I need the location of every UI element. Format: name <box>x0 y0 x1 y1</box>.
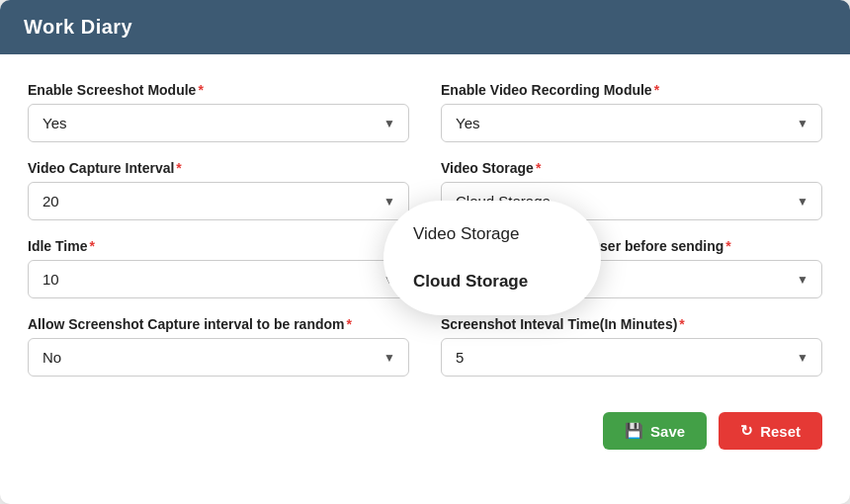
select-screenshot-interval-time[interactable]: 1 2 3 5 10 <box>441 338 822 377</box>
reset-icon: ↻ <box>740 422 753 440</box>
form-group-enable-screenshot: Enable Screeshot Module* Yes No <box>28 82 409 142</box>
label-allow-random-interval: Allow Screenshot Capture interval to be … <box>28 316 409 332</box>
select-wrapper-enable-screenshot: Yes No <box>28 104 409 142</box>
save-button[interactable]: 💾 Save <box>603 412 707 450</box>
select-video-capture-interval[interactable]: 10 20 30 60 <box>28 182 409 220</box>
save-icon: 💾 <box>625 422 643 440</box>
form-group-idle-time: Idle Time* 5 10 15 30 <box>28 238 409 298</box>
select-wrapper-screenshot-interval-time: 1 2 3 5 10 <box>441 338 822 377</box>
select-wrapper-allow-random-interval: Yes No <box>28 338 409 377</box>
select-enable-screenshot[interactable]: Yes No <box>28 104 409 142</box>
select-enable-video-recording[interactable]: Yes No <box>441 104 822 142</box>
select-wrapper-enable-video-recording: Yes No <box>441 104 822 142</box>
work-diary-card: Work Diary Enable Screeshot Module* Yes … <box>0 0 850 504</box>
label-screenshot-interval-time: Screenshot Inteval Time(In Minutes)* <box>441 316 822 332</box>
page-title: Work Diary <box>24 16 132 38</box>
label-idle-time: Idle Time* <box>28 238 409 254</box>
form-group-allow-random-interval: Allow Screenshot Capture interval to be … <box>28 316 409 377</box>
label-enable-screenshot: Enable Screeshot Module* <box>28 82 409 98</box>
label-video-capture-interval: Video Capture Interval* <box>28 160 409 176</box>
form-group-video-capture-interval: Video Capture Interval* 10 20 30 60 <box>28 160 409 220</box>
form-group-screenshot-interval-time: Screenshot Inteval Time(In Minutes)* 1 2… <box>441 316 822 377</box>
select-idle-time[interactable]: 5 10 15 30 <box>28 260 409 298</box>
card-header: Work Diary <box>0 0 850 54</box>
video-storage-dropdown-popup: Video Storage Cloud Storage <box>383 201 601 315</box>
card-body: Enable Screeshot Module* Yes No Enable V… <box>0 54 850 473</box>
form-group-enable-video-recording: Enable Video Recording Module* Yes No <box>441 82 822 142</box>
label-enable-video-recording: Enable Video Recording Module* <box>441 82 822 98</box>
select-wrapper-idle-time: 5 10 15 30 <box>28 260 409 298</box>
dropdown-option-video-storage[interactable]: Video Storage <box>383 210 601 258</box>
dropdown-option-cloud-storage[interactable]: Cloud Storage <box>383 258 601 305</box>
select-wrapper-video-capture-interval: 10 20 30 60 <box>28 182 409 220</box>
label-video-storage: Video Storage* <box>441 160 822 176</box>
select-allow-random-interval[interactable]: Yes No <box>28 338 409 377</box>
reset-button[interactable]: ↻ Reset <box>719 412 822 450</box>
form-footer: 💾 Save ↻ Reset <box>28 404 822 450</box>
